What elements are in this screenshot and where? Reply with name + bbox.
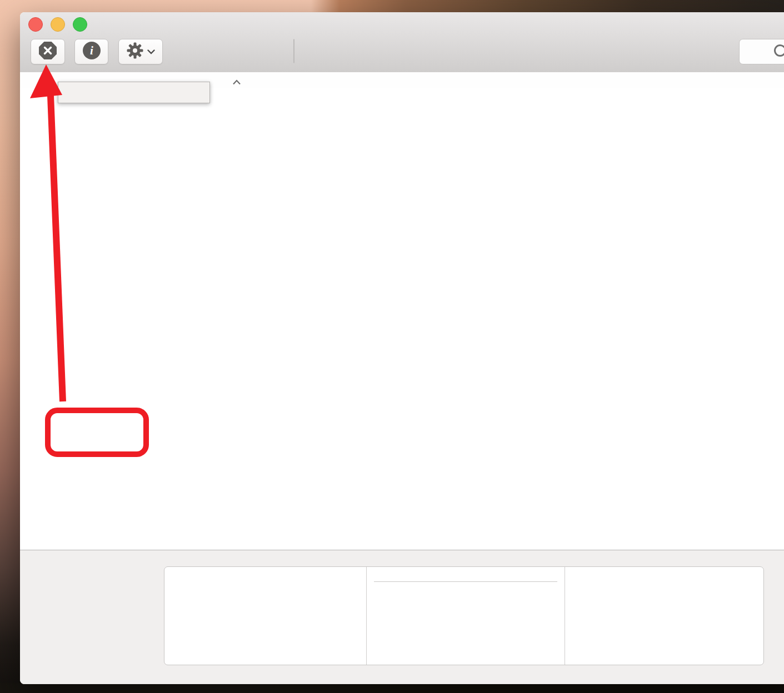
svg-text:i: i [90, 44, 93, 57]
force-quit-tooltip [58, 82, 210, 103]
sort-ascending-icon [232, 77, 241, 87]
search-field[interactable] [739, 39, 784, 64]
actions-menu-button[interactable] [118, 39, 163, 64]
force-quit-icon [39, 42, 57, 62]
force-quit-button[interactable] [31, 39, 65, 64]
process-table [20, 88, 784, 543]
footer-panel [20, 550, 784, 684]
cpu-load-chart-title [374, 576, 557, 582]
panel-divider [565, 567, 565, 665]
inspect-button[interactable]: i [74, 39, 108, 64]
panel-divider [366, 567, 367, 665]
chevron-down-icon [147, 47, 155, 57]
inspect-info-icon: i [83, 42, 101, 62]
cpu-stats-panel [164, 566, 764, 665]
zoom-button[interactable] [73, 17, 87, 32]
minimize-button[interactable] [51, 17, 65, 32]
cpu-load-chart [367, 625, 563, 664]
desktop-wallpaper-trees [0, 683, 784, 693]
search-icon [774, 44, 784, 57]
window-chrome: i [20, 12, 784, 73]
gear-icon [126, 42, 144, 62]
view-tabs [293, 39, 294, 63]
activity-monitor-window: i [20, 12, 784, 684]
close-button[interactable] [28, 17, 43, 32]
desktop-wallpaper-rock [311, 0, 784, 13]
